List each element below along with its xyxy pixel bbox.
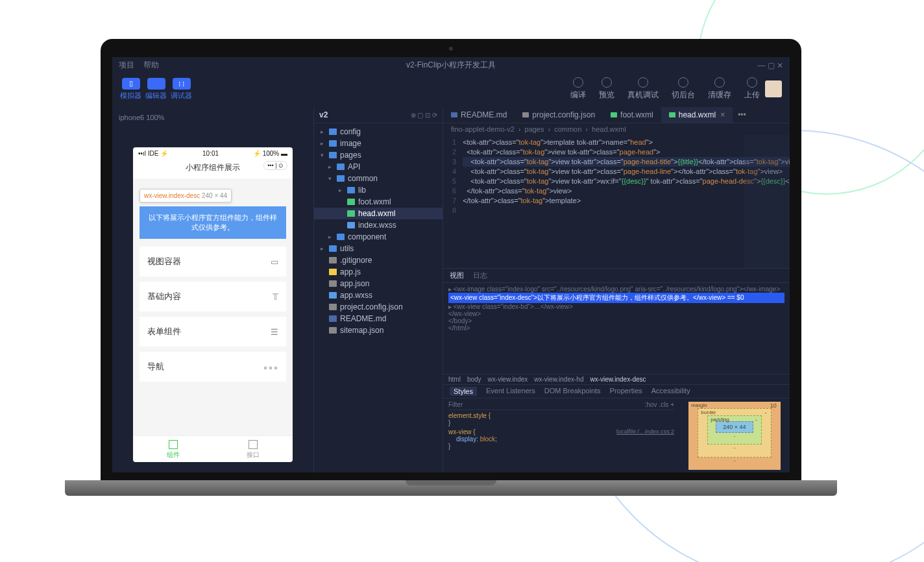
avatar[interactable] — [765, 80, 782, 97]
tree-item[interactable]: .gitignore — [314, 254, 443, 266]
wxss-icon — [347, 222, 355, 228]
minimap[interactable] — [744, 135, 790, 268]
subtab-Event Listeners[interactable]: Event Listeners — [486, 387, 535, 396]
battery-icon: ⚡ 100% ▬ — [253, 150, 287, 157]
styles-panel[interactable]: Filter :hov .cls + element.style {}</spa… — [443, 398, 679, 472]
breadcrumb[interactable]: fino-applet-demo-v2›pages›common›head.wx… — [443, 123, 790, 135]
tree-item[interactable]: ▸ config — [314, 126, 443, 138]
subtab-Accessibility[interactable]: Accessibility — [651, 387, 690, 396]
close-icon[interactable]: × — [720, 110, 725, 119]
tree-item[interactable]: ▸ image — [314, 138, 443, 149]
dom-node[interactable]: </wx-view> — [448, 310, 784, 317]
tree-item[interactable]: ▸ utils — [314, 243, 443, 254]
tool-编辑器[interactable]: 编辑器 — [145, 78, 167, 101]
editor-tab[interactable]: README.md — [443, 107, 515, 123]
tab-view[interactable]: 视图 — [450, 271, 464, 280]
css-rule[interactable]: element.style {} — [448, 412, 674, 426]
wxss-icon — [329, 292, 337, 299]
tree-item[interactable]: project.config.json — [314, 301, 443, 313]
simulator-pane: iphone6 100% ••ıl IDE ⚡ 10:01 ⚡ 100% ▬ 小… — [112, 107, 313, 472]
laptop-base — [65, 480, 837, 496]
box-model: margin 10 border - padding - 240 × 4 — [679, 398, 790, 472]
dom-crumb-item[interactable]: wx-view.index — [488, 376, 528, 383]
json-icon — [329, 257, 337, 263]
tree-item[interactable]: ▸ component — [314, 231, 443, 243]
wxml-icon — [669, 112, 675, 117]
md-icon — [329, 315, 337, 322]
subtab-Properties[interactable]: Properties — [610, 387, 642, 396]
tree-item[interactable]: app.json — [314, 278, 443, 289]
editor-tab[interactable]: head.wxml× — [661, 107, 733, 123]
window-controls[interactable]: — ▢ ✕ — [757, 61, 783, 70]
action-切后台[interactable]: 切后台 — [672, 77, 695, 101]
tree-item[interactable]: sitemap.json — [314, 324, 443, 336]
capsule-button[interactable]: ••• | ⊙ — [263, 161, 287, 170]
tree-item[interactable]: index.wxss — [314, 219, 443, 231]
editor-tab[interactable]: project.config.json — [515, 107, 603, 123]
wxml-icon — [347, 210, 355, 217]
camera-dot — [449, 47, 453, 51]
action-编译[interactable]: 编译 — [570, 77, 586, 101]
breadcrumb-segment[interactable]: head.wxml — [592, 125, 626, 133]
menu-help[interactable]: 帮助 — [143, 60, 159, 71]
devtools-view-tabs: 视图 日志 — [443, 269, 790, 283]
tree-item[interactable]: ▸ API — [314, 161, 443, 173]
phone-body[interactable]: wx-view.index-desc 240 × 44 以下将展示小程序官方组件… — [133, 178, 293, 435]
css-rule[interactable]: localfile:/…index.css:2wx-view {display:… — [448, 428, 674, 450]
subtab-Styles[interactable]: Styles — [450, 387, 477, 396]
action-上传[interactable]: 上传 — [744, 77, 760, 101]
devtools: 视图 日志 ▸ <wx-image class="index-logo" src… — [443, 268, 790, 472]
code-editor[interactable]: 12345678 <tok-attr">class="tok-tag">temp… — [443, 135, 790, 268]
tree-item[interactable]: ▾ pages — [314, 149, 443, 161]
main-area: iphone6 100% ••ıl IDE ⚡ 10:01 ⚡ 100% ▬ 小… — [112, 107, 790, 472]
subtab-DOM Breakpoints[interactable]: DOM Breakpoints — [544, 387, 601, 396]
dom-crumb-item[interactable]: wx-view.index-hd — [534, 376, 583, 383]
dom-node[interactable]: ▸ <wx-view class="index-bd">…</wx-view> — [448, 303, 784, 310]
folder-icon — [329, 140, 337, 147]
tab-log[interactable]: 日志 — [473, 271, 487, 280]
tree-item[interactable]: ▸ lib — [314, 184, 443, 196]
tool-模拟器[interactable]: ▯模拟器 — [120, 78, 141, 101]
file-tree: ▸ config ▸ image ▾ pages ▸ API ▾ common … — [314, 123, 443, 472]
highlighted-element[interactable]: 以下将展示小程序官方组件能力，组件样式仅供参考。 — [140, 206, 286, 239]
tab-接口[interactable]: 接口 — [213, 436, 293, 462]
editor-tab[interactable]: foot.wxml — [603, 107, 661, 123]
more-icon[interactable]: ••• — [733, 110, 751, 119]
tree-item[interactable]: head.wxml — [314, 208, 443, 219]
breadcrumb-segment[interactable]: fino-applet-demo-v2 — [451, 125, 515, 133]
list-item[interactable]: 基础内容𝕋 — [140, 282, 286, 312]
wxml-icon — [347, 199, 355, 205]
dom-node[interactable]: </html> — [448, 324, 784, 332]
tree-item[interactable]: README.md — [314, 313, 443, 324]
tree-item[interactable]: foot.wxml — [314, 196, 443, 208]
json-icon — [329, 304, 337, 310]
file-explorer: v2 ⊕ ▢ ⊡ ⟳ ▸ config ▸ image ▾ pages ▸ AP… — [313, 107, 443, 472]
json-icon — [522, 112, 529, 117]
explorer-ops[interactable]: ⊕ ▢ ⊡ ⟳ — [411, 112, 437, 119]
styles-filter[interactable]: Filter :hov .cls + — [448, 400, 674, 410]
dom-node[interactable]: </body> — [448, 317, 784, 324]
dom-crumb-item[interactable]: html — [448, 376, 461, 383]
dom-crumb-item[interactable]: wx-view.index-desc — [590, 376, 646, 383]
tree-item[interactable]: ▾ common — [314, 173, 443, 184]
action-预览[interactable]: 预览 — [599, 77, 614, 101]
dom-crumb-item[interactable]: body — [467, 376, 481, 383]
selected-dom-node[interactable]: <wx-view class="index-desc">以下将展示小程序官方组件… — [448, 293, 784, 303]
tab-组件[interactable]: 组件 — [133, 436, 213, 462]
explorer-header: v2 ⊕ ▢ ⊡ ⟳ — [314, 107, 443, 123]
list-item[interactable]: 视图容器▭ — [140, 247, 286, 276]
dom-node[interactable]: ▸ <wx-image class="index-logo" src="../r… — [448, 286, 784, 293]
tree-item[interactable]: app.wxss — [314, 289, 443, 301]
tool-调试器[interactable]: ⫶⫶调试器 — [171, 78, 192, 101]
dom-breadcrumb[interactable]: htmlbodywx-view.indexwx-view.index-hdwx-… — [443, 374, 790, 385]
list-item[interactable]: 表单组件☰ — [140, 317, 286, 347]
tree-item[interactable]: app.js — [314, 266, 443, 278]
breadcrumb-segment[interactable]: common — [554, 125, 581, 133]
breadcrumb-segment[interactable]: pages — [525, 125, 544, 133]
action-真机调试[interactable]: 真机调试 — [627, 77, 659, 101]
menu-project[interactable]: 项目 — [119, 60, 134, 71]
project-root[interactable]: v2 — [319, 110, 328, 119]
action-清缓存[interactable]: 清缓存 — [708, 77, 731, 101]
list-item[interactable]: 导航∘∘∘ — [140, 352, 286, 382]
dom-inspector[interactable]: ▸ <wx-image class="index-logo" src="../r… — [443, 283, 790, 374]
